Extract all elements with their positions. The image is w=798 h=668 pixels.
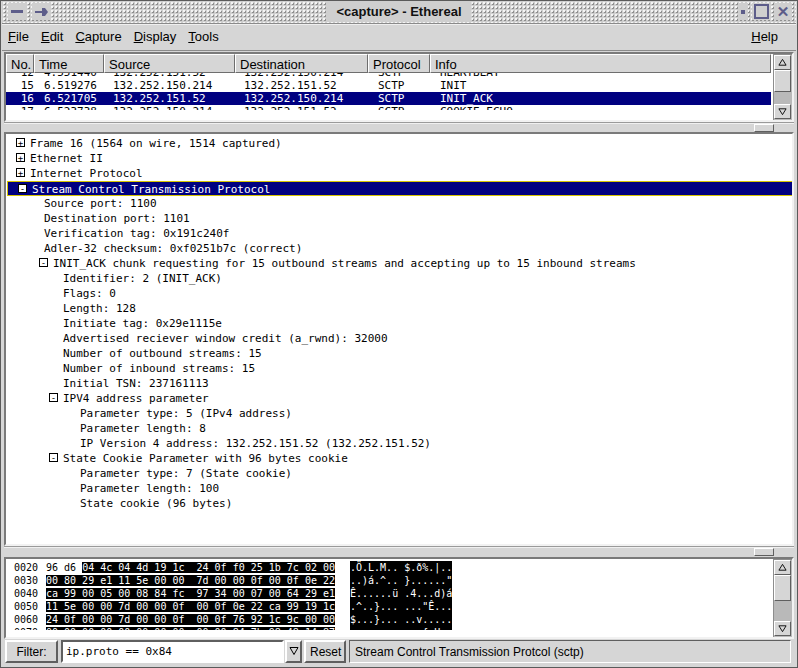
arrow-up-icon — [778, 563, 787, 572]
tree-row-label: IP Version 4 address: 132.252.151.52 (13… — [80, 436, 431, 451]
hex-dump: 002096 d6 04 4c 04 4d 19 1c 24 0f f0 25 … — [6, 561, 771, 637]
minimize-button[interactable] — [8, 3, 26, 20]
hex-offset: 0050 — [14, 600, 38, 613]
tree-row[interactable]: -State Cookie Parameter with 96 bytes co… — [6, 451, 792, 466]
hex-ascii: Ê......ü .4...d)á — [350, 587, 452, 600]
hex-offset: 0070 — [14, 626, 38, 630]
tree-row[interactable]: IP Version 4 address: 132.252.151.52 (13… — [6, 436, 792, 451]
column-header-protocol[interactable]: Protocol — [368, 54, 430, 73]
filter-dropdown-button[interactable] — [285, 640, 302, 663]
collapse-icon[interactable]: - — [49, 393, 58, 402]
packet-list-scrollbar[interactable] — [773, 54, 792, 120]
hex-scroll-thumb[interactable] — [774, 575, 791, 601]
tree-row-label: IPV4 address parameter — [63, 391, 209, 406]
cell-time: 6.523738 — [44, 105, 97, 110]
tree-row[interactable]: Identifier: 2 (INIT_ACK) — [6, 271, 792, 286]
tree-row[interactable]: -IPV4 address parameter — [6, 391, 792, 406]
hex-row-0040[interactable]: 0040ca 99 00 05 00 08 84 fc 97 34 00 07 … — [6, 587, 771, 600]
tree-row[interactable]: +Internet Protocol — [6, 166, 792, 181]
packet-list-header: No.TimeSourceDestinationProtocolInfo — [6, 54, 771, 73]
status-field: Stream Control Transmission Protcol (sct… — [349, 640, 791, 663]
dropdown-triangle-icon — [289, 646, 299, 656]
column-header-info[interactable]: Info — [430, 54, 771, 73]
menu-item-edit[interactable]: Edit — [35, 24, 69, 44]
tree-row[interactable]: -INIT_ACK chunk requesting for 15 outbou… — [6, 256, 792, 271]
hex-bytes: 00 00 00 00 00 00 00 00 00 00 84 7b 98 4… — [46, 626, 335, 630]
collapse-icon[interactable]: - — [49, 453, 58, 462]
tree-row-label: Adler-32 checksum: 0xf0251b7c (correct) — [44, 241, 302, 256]
hex-bytes: 00 80 29 e1 11 5e 00 00 7d 00 00 0f 00 0… — [46, 574, 335, 587]
hex-row-0060[interactable]: 006024 0f 00 00 7d 00 00 0f 00 0f 76 92 … — [6, 613, 771, 626]
pane-resize-handle[interactable] — [754, 124, 774, 132]
tree-row[interactable]: Length: 128 — [6, 301, 792, 316]
tree-row[interactable]: Number of inbound streams: 15 — [6, 361, 792, 376]
cell-proto: SCTP — [378, 92, 405, 105]
pin-icon — [34, 6, 48, 18]
hex-dump-pane: 002096 d6 04 4c 04 4d 19 1c 24 0f f0 25 … — [4, 557, 794, 639]
menu-item-tools[interactable]: Tools — [182, 24, 224, 44]
tree-row[interactable]: Flags: 0 — [6, 286, 792, 301]
tree-row-label: Number of outbound streams: 15 — [63, 346, 262, 361]
hex-scrollbar[interactable] — [773, 559, 792, 637]
column-header-no[interactable]: No. — [6, 54, 34, 73]
maximize-button[interactable] — [752, 3, 770, 20]
scroll-thumb[interactable] — [774, 70, 791, 92]
hex-row-0050[interactable]: 005011 5e 00 00 7d 00 00 0f 00 0f 0e 22 … — [6, 600, 771, 613]
pane-resize-handle-2[interactable] — [754, 548, 774, 556]
tree-row[interactable]: +Ethernet II — [6, 151, 792, 166]
menu-item-help[interactable]: Help — [745, 24, 784, 44]
tree-row[interactable]: Adler-32 checksum: 0xf0251b7c (correct) — [6, 241, 792, 256]
hex-offset: 0060 — [14, 613, 38, 626]
tree-row[interactable]: Parameter type: 7 (State cookie) — [6, 466, 792, 481]
pin-button[interactable] — [32, 3, 50, 20]
tree-row[interactable]: Advertised reciever window credit (a_rwn… — [6, 331, 792, 346]
expand-icon[interactable]: + — [16, 153, 25, 162]
tree-row[interactable]: +Frame 16 (1564 on wire, 1514 captured) — [6, 136, 792, 151]
menu-item-display[interactable]: Display — [128, 24, 183, 44]
tree-row[interactable]: Initial TSN: 237161113 — [6, 376, 792, 391]
tree-row[interactable]: Initiate tag: 0x29e1115e — [6, 316, 792, 331]
tree-row[interactable]: Number of outbound streams: 15 — [6, 346, 792, 361]
hex-ascii: $...}... ..v..... — [350, 613, 452, 626]
titlebar[interactable]: <capture> - Ethereal ✕ — [2, 1, 796, 24]
scroll-down-button[interactable] — [774, 104, 791, 119]
column-header-destination[interactable]: Destination — [235, 54, 368, 73]
menu-item-capture[interactable]: Capture — [69, 24, 127, 44]
hex-ascii: ........ ...{.H.. — [350, 626, 452, 630]
tree-row[interactable]: Parameter length: 8 — [6, 421, 792, 436]
collapse-icon[interactable]: - — [18, 184, 27, 193]
hex-row-0070[interactable]: 007000 00 00 00 00 00 00 00 00 00 84 7b … — [6, 626, 771, 630]
hex-offset: 0040 — [14, 587, 38, 600]
scroll-up-button[interactable] — [774, 55, 791, 70]
close-button[interactable]: ✕ — [774, 3, 792, 20]
expand-icon[interactable]: + — [16, 168, 25, 177]
cell-no: 15 — [6, 79, 34, 92]
tree-row[interactable]: State cookie (96 bytes) — [6, 496, 792, 511]
hex-row-0030[interactable]: 003000 80 29 e1 11 5e 00 00 7d 00 00 0f … — [6, 574, 771, 587]
packet-row-17[interactable]: 176.523738132.252.150.214132.252.151.52S… — [6, 105, 771, 110]
column-header-time[interactable]: Time — [34, 54, 104, 73]
tree-row-label: Internet Protocol — [30, 166, 143, 181]
menu-item-file[interactable]: File — [2, 24, 35, 44]
tree-row[interactable]: -Stream Control Transmission Protocol — [7, 181, 793, 196]
tree-row[interactable]: Destination port: 1101 — [6, 211, 792, 226]
packet-row-16[interactable]: 166.521705132.252.151.52132.252.150.214S… — [6, 92, 771, 105]
window-menu-button[interactable] — [738, 3, 748, 20]
hex-row-0020[interactable]: 002096 d6 04 4c 04 4d 19 1c 24 0f f0 25 … — [6, 561, 771, 574]
tree-row[interactable]: Verification tag: 0x191c240f — [6, 226, 792, 241]
collapse-icon[interactable]: - — [39, 258, 48, 267]
tree-row[interactable]: Parameter length: 100 — [6, 481, 792, 496]
column-header-source[interactable]: Source — [104, 54, 235, 73]
tree-row[interactable]: Source port: 1100 — [6, 196, 792, 211]
filter-button[interactable]: Filter: — [5, 640, 58, 663]
hex-scroll-down-button[interactable] — [774, 621, 791, 636]
hex-scroll-up-button[interactable] — [774, 560, 791, 575]
reset-button[interactable]: Reset — [304, 640, 346, 663]
tree-row[interactable]: Parameter type: 5 (IPv4 address) — [6, 406, 792, 421]
tree-row-label: State Cookie Parameter with 96 bytes coo… — [63, 451, 348, 466]
packet-row-15[interactable]: 156.519276132.252.150.214132.252.151.52S… — [6, 79, 771, 92]
tree-row-label: Parameter length: 100 — [80, 481, 219, 496]
filter-input[interactable] — [61, 640, 284, 663]
window-title: <capture> - Ethereal — [327, 2, 472, 21]
expand-icon[interactable]: + — [16, 138, 25, 147]
